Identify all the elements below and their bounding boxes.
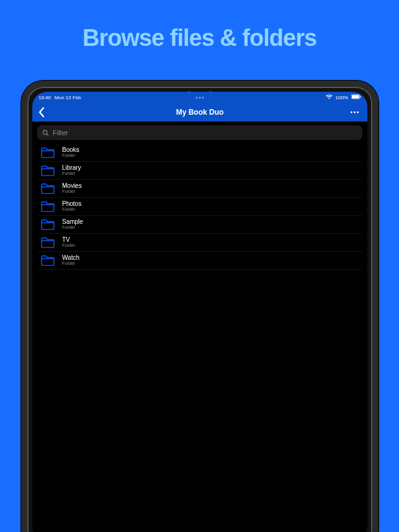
item-type: Folder [62,261,79,267]
folder-icon [41,183,55,194]
chevron-left-icon [38,107,45,117]
promo-title: Browse files & folders [0,25,399,51]
folder-icon [41,219,55,230]
filter-field[interactable] [37,125,362,140]
list-item[interactable]: Photos Folder [37,198,362,216]
page-title: My Book Duo [176,108,224,117]
folder-icon [41,201,55,212]
folder-icon [41,237,55,248]
folder-icon [41,165,55,176]
list-item[interactable]: Movies Folder [37,180,362,198]
item-type: Folder [62,243,75,249]
wifi-icon [326,94,333,100]
status-date: Mon 12 Feb [55,95,81,100]
svg-line-4 [47,133,48,135]
list-item[interactable]: Books Folder [37,144,362,162]
item-type: Folder [62,153,79,159]
svg-rect-1 [352,95,359,99]
content-area: Books Folder Library Folder Movies Fol [32,122,367,273]
device-frame: 18:40 Mon 12 Feb 100% My Book Duo [21,81,379,532]
multitask-dots[interactable] [196,97,204,99]
back-button[interactable] [37,107,46,118]
nav-bar: My Book Duo [32,103,367,122]
status-time: 18:40 [38,95,51,100]
item-type: Folder [62,225,83,231]
ellipsis-icon [351,112,352,113]
folder-icon [41,147,55,158]
battery-icon [351,94,361,100]
list-item[interactable]: Sample Folder [37,216,362,234]
list-item[interactable]: Library Folder [37,162,362,180]
folder-list: Books Folder Library Folder Movies Fol [37,144,362,270]
list-item[interactable]: TV Folder [37,234,362,252]
item-type: Folder [62,207,81,213]
item-type: Folder [62,189,82,195]
more-button[interactable] [348,109,361,116]
svg-rect-2 [360,95,361,97]
item-type: Folder [62,171,81,177]
folder-icon [41,255,55,266]
battery-percent: 100% [336,95,348,100]
status-bar: 18:40 Mon 12 Feb 100% [32,92,367,103]
filter-input[interactable] [53,129,357,136]
device-screen: 18:40 Mon 12 Feb 100% My Book Duo [32,92,367,532]
list-item[interactable]: Watch Folder [37,252,362,270]
search-icon [42,130,49,136]
